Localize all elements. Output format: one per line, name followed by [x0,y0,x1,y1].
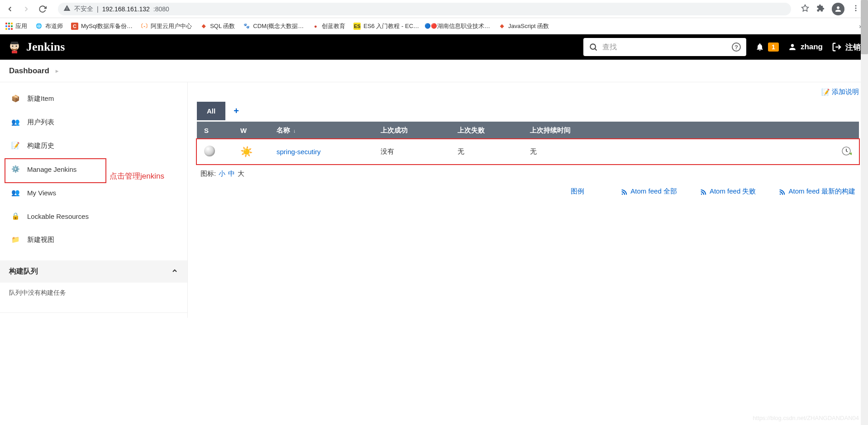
help-icon[interactable]: ? [732,42,741,52]
svg-point-6 [12,46,14,47]
status-ball-icon [204,146,215,156]
weather-sunny-icon: ☀️ [240,146,253,157]
logout-button[interactable]: 注销 [832,42,861,52]
extensions-icon[interactable] [816,4,825,14]
bookmark-item[interactable]: ◆ JavaScript 函数 [498,22,549,30]
add-view-tab-button[interactable]: + [225,100,247,122]
sidebar-new-view[interactable]: 📁 新建视图 [0,228,187,251]
bookmark-star-icon[interactable] [801,4,809,14]
job-name-link[interactable]: spring-secutiry [277,148,321,156]
schedule-build-icon[interactable] [841,150,852,158]
apps-label: 应用 [15,22,27,30]
annotation-text: 点击管理jenkins [110,171,164,181]
reload-button[interactable] [37,4,48,14]
svg-rect-5 [11,42,18,44]
logout-icon [832,42,842,52]
job-table: S W 名称 ↓ 上次成功 上次失败 上次持续时间 ☀️ spring-secu… [197,122,859,164]
bookmark-item[interactable]: C MySql数据库备份… [71,22,133,30]
sort-asc-icon: ↓ [292,128,296,133]
user-menu[interactable]: zhang [788,42,823,52]
bookmark-favicon: ● [312,23,319,30]
col-status[interactable]: S [197,122,233,139]
browser-menu-icon[interactable] [852,4,860,14]
vertical-scrollbar[interactable] [861,0,868,318]
bookmark-item[interactable]: 〔-〕 阿里云用户中心 [141,22,192,30]
icon-size-small[interactable]: 小 [219,170,225,178]
feed-latest-link[interactable]: Atom feed 最新的构建 [778,187,855,196]
bookmark-item[interactable]: ES ES6 入门教程 - EC… [353,22,419,30]
svg-point-1 [855,5,857,6]
sidebar-lockable-resources[interactable]: 🔒 Lockable Resources [0,204,187,228]
apps-shortcut[interactable]: 应用 [5,22,27,30]
build-queue-panel-header[interactable]: 构建队列 [0,260,187,283]
bookmark-favicon: 〔-〕 [141,23,148,30]
view-tabs: All + [197,100,859,122]
breadcrumb: Dashboard ▸ [0,60,868,82]
svg-rect-8 [12,51,17,53]
new-item-icon: 📦 [10,93,21,104]
tab-all[interactable]: All [197,102,225,120]
svg-point-9 [590,44,596,49]
sidebar-build-history[interactable]: 📝 构建历史 [0,134,187,157]
profile-icon[interactable] [832,3,844,15]
col-last-success[interactable]: 上次成功 [373,122,450,139]
icon-size-selector: 图标: 小 中 大 [197,164,859,184]
chevron-up-icon [171,267,178,276]
legend-link[interactable]: 图例 [571,187,584,196]
bookmark-item[interactable]: 🔵🔴 湖南信息职业技术… [427,22,490,30]
address-bar[interactable]: 不安全 | 192.168.161.132:8080 [58,3,791,15]
back-button[interactable] [5,4,15,14]
col-last-duration[interactable]: 上次持续时间 [523,122,827,139]
bookmark-favicon: 🔵🔴 [427,23,434,30]
svg-point-3 [855,10,857,11]
jenkins-logo[interactable]: Jenkins [7,40,65,54]
bookmark-favicon: ES [353,23,361,30]
jenkins-brand-text: Jenkins [26,40,65,54]
search-icon [589,42,598,52]
people-icon: 👥 [10,117,21,128]
feed-links-row: 图例 Atom feed 全部 Atom feed 失败 Atom feed 最… [197,184,859,199]
logout-label: 注销 [845,42,861,52]
user-icon [788,42,797,52]
svg-point-2 [855,8,857,9]
breadcrumb-dashboard[interactable]: Dashboard ▸ [9,66,58,76]
svg-line-10 [595,49,597,51]
col-last-failure[interactable]: 上次失败 [450,122,523,139]
rss-icon [778,188,786,195]
sidebar-my-views[interactable]: 👥 My Views [0,181,187,204]
col-name[interactable]: 名称 ↓ [269,122,373,139]
bookmark-item[interactable]: 🐾 CDM(概念大数据… [243,22,304,30]
feed-all-link[interactable]: Atom feed 全部 [620,187,677,196]
sidebar-people[interactable]: 👥 用户列表 [0,110,187,134]
lock-icon: 🔒 [10,211,21,222]
rss-icon [700,188,707,195]
job-last-duration: 无 [523,139,827,164]
sidebar-new-item[interactable]: 📦 新建Item [0,87,187,110]
bookmark-item[interactable]: ● 创蓝教育 [312,22,345,30]
notifications-button[interactable]: 1 [755,42,779,52]
rss-icon [620,188,628,195]
search-input[interactable] [602,43,727,51]
gear-icon: ⚙️ [10,164,21,175]
bookmark-item[interactable]: 🌐 布道师 [35,22,63,30]
history-icon: 📝 [10,140,21,151]
search-box[interactable]: ? [583,38,746,56]
content-area: 📝 添加说明 All + S W 名称 ↓ 上次成功 上次失败 上次持续时间 [188,82,868,318]
col-weather[interactable]: W [233,122,269,139]
bookmark-favicon: 🐾 [243,23,250,30]
security-warning-icon [63,5,71,13]
security-label: 不安全 [74,5,93,13]
bookmark-item[interactable]: ◆ SQL 函数 [200,22,235,30]
icon-size-medium[interactable]: 中 [228,170,235,178]
add-description-link[interactable]: 📝 添加说明 [821,88,859,96]
folder-plus-icon: 📁 [10,234,21,245]
bookmark-favicon: C [71,23,78,30]
svg-marker-0 [802,5,809,11]
bookmark-favicon: ◆ [498,23,506,30]
bell-icon [755,42,764,52]
feed-fail-link[interactable]: Atom feed 失败 [700,187,756,196]
forward-button[interactable] [21,4,32,14]
icon-size-large[interactable]: 大 [238,170,244,178]
build-queue-empty-message: 队列中没有构建任务 [0,283,187,303]
sidebar: 📦 新建Item 👥 用户列表 📝 构建历史 ⚙️ Manage Jenkins… [0,82,188,318]
